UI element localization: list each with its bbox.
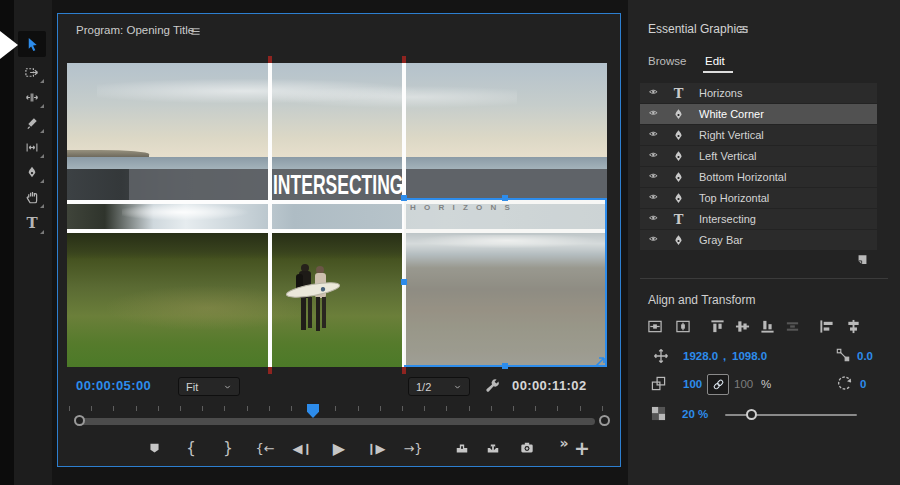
razor-tool[interactable] (18, 109, 46, 135)
new-layer-button[interactable] (855, 253, 870, 267)
ruler-tick (291, 406, 292, 411)
subtool-indicator (40, 79, 44, 83)
rotation-value[interactable]: 0 (860, 378, 866, 390)
monitor-scrollbar[interactable] (67, 415, 607, 427)
export-frame-button[interactable] (514, 435, 540, 461)
visibility-eye-icon[interactable] (647, 130, 661, 141)
red-guide-tick (402, 56, 406, 63)
visibility-eye-icon[interactable] (647, 193, 661, 204)
video-preview[interactable]: INTERSECTING H O R I Z O N S (67, 63, 607, 367)
lift-button[interactable] (449, 435, 475, 461)
layer-row-top-horizontal[interactable]: Top Horizontal (640, 188, 877, 208)
ruler-tick (469, 406, 470, 411)
tab-browse[interactable]: Browse (648, 55, 686, 67)
type-tool[interactable]: T (18, 210, 46, 236)
align-top-icon[interactable] (710, 319, 732, 337)
settings-wrench-icon[interactable] (485, 378, 501, 394)
layer-row-right-vertical[interactable]: Right Vertical (640, 125, 877, 145)
distribute-icon (785, 319, 807, 337)
go-to-out-button[interactable]: →} (400, 435, 426, 461)
selection-corner-anchor[interactable] (595, 355, 607, 367)
align-frame-horizontal-icon[interactable] (646, 319, 668, 337)
current-timecode[interactable]: 00:00:05:00 (76, 378, 151, 393)
selection-handle-top-middle[interactable] (502, 195, 508, 201)
opacity-slider[interactable] (725, 414, 857, 416)
subtool-indicator (40, 179, 44, 183)
position-x-value[interactable]: 1928.0 (683, 350, 718, 362)
visibility-eye-icon[interactable] (647, 235, 661, 246)
zoom-level-select[interactable]: Fit (178, 377, 240, 396)
step-back-button[interactable]: ◀❙ (289, 435, 315, 461)
transport-controls: {}{←◀❙▶❙▶→}»+ (58, 433, 619, 465)
ruler-tick (446, 406, 447, 411)
visibility-eye-icon[interactable] (647, 88, 661, 99)
selection-handle-top-left[interactable] (401, 195, 407, 201)
opacity-icon[interactable] (651, 406, 666, 421)
chevron-down-icon (453, 384, 462, 390)
playback-resolution-select[interactable]: 1/2 (408, 377, 470, 396)
tab-edit[interactable]: Edit (705, 55, 725, 67)
visibility-eye-icon[interactable] (647, 109, 661, 120)
panel-menu-icon[interactable] (189, 26, 202, 37)
scrollbar-left-knob[interactable] (74, 415, 85, 426)
opacity-slider-knob[interactable] (746, 409, 757, 420)
layer-row-bottom-horizontal[interactable]: Bottom Horizontal (640, 167, 877, 187)
opacity-value[interactable]: 20 % (682, 408, 708, 420)
scrollbar-track[interactable] (79, 418, 595, 425)
layer-row-horizons[interactable]: THorizons (640, 83, 877, 103)
subtool-indicator (40, 104, 44, 108)
pen-layer-icon (672, 128, 685, 143)
ruler-tick (69, 406, 70, 411)
add-control-button[interactable]: + (569, 435, 595, 461)
align-horizontal-center-icon[interactable] (846, 319, 868, 337)
scrollbar-right-knob[interactable] (599, 415, 610, 426)
essential-graphics-panel: Essential Graphics Browse Edit THorizons… (628, 0, 900, 485)
hand-tool[interactable] (18, 184, 46, 210)
white-corner-selection[interactable] (404, 198, 607, 367)
visibility-eye-icon[interactable] (647, 172, 661, 183)
rotation-icon[interactable] (837, 375, 853, 391)
visibility-eye-icon[interactable] (647, 151, 661, 162)
visibility-eye-icon[interactable] (647, 214, 661, 225)
surfers (285, 259, 341, 337)
align-vertical-center-icon[interactable] (735, 319, 757, 337)
ruler-tick (113, 406, 114, 411)
slip-tool[interactable] (18, 134, 46, 160)
scale-value[interactable]: 100 (683, 378, 702, 390)
selection-handle-bottom-middle[interactable] (502, 363, 508, 369)
position-y-value[interactable]: 1098.0 (732, 350, 767, 362)
anchor-point-icon[interactable] (836, 348, 850, 362)
overlay-title-text: INTERSECTING (273, 170, 403, 201)
subtool-indicator (40, 154, 44, 158)
position-icon[interactable] (653, 348, 669, 364)
mark-out-button[interactable]: } (215, 435, 241, 461)
scale-icon[interactable] (651, 376, 666, 391)
ruler-tick (602, 406, 603, 411)
selection-handle-middle-left[interactable] (401, 279, 407, 285)
pen-tool[interactable] (18, 159, 46, 185)
step-forward-button[interactable]: ❙▶ (363, 435, 389, 461)
go-to-in-button[interactable]: {← (252, 435, 278, 461)
layer-row-gray-bar[interactable]: Gray Bar (640, 230, 877, 250)
align-bottom-icon[interactable] (760, 319, 782, 337)
panel-menu-icon[interactable] (737, 24, 750, 35)
red-guide-tick (268, 56, 272, 63)
mark-in-button[interactable]: { (178, 435, 204, 461)
layer-row-intersecting[interactable]: TIntersecting (640, 209, 877, 229)
layer-row-left-vertical[interactable]: Left Vertical (640, 146, 877, 166)
align-frame-vertical-icon[interactable] (674, 319, 696, 337)
anchor-value[interactable]: 0.0 (857, 350, 873, 362)
ripple-edit-tool[interactable] (18, 84, 46, 110)
extract-button[interactable] (480, 435, 506, 461)
ruler-tick (136, 406, 137, 411)
text-layer-icon: T (672, 213, 685, 226)
layer-row-white-corner[interactable]: White Corner (640, 104, 877, 124)
track-select-tool[interactable] (18, 59, 46, 85)
scale-link-toggle[interactable] (707, 374, 729, 395)
add-marker-button[interactable] (141, 435, 167, 461)
ruler-tick (491, 406, 492, 411)
selection-tool[interactable] (18, 31, 46, 57)
layer-label: Right Vertical (699, 129, 764, 141)
align-left-icon[interactable] (819, 319, 841, 337)
play-button[interactable]: ▶ (326, 435, 352, 461)
